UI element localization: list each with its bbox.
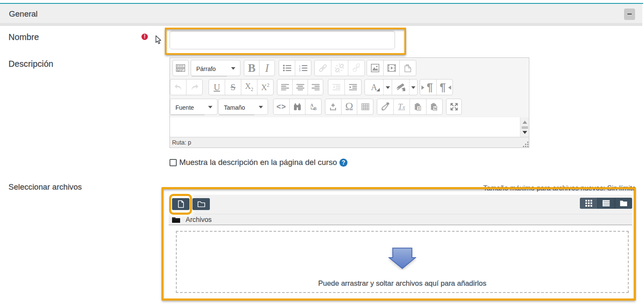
svg-text:A: A <box>310 103 314 108</box>
svg-text:3: 3 <box>299 69 301 71</box>
svg-text:W: W <box>434 107 437 111</box>
svg-text:B: B <box>314 106 316 111</box>
svg-text:T: T <box>418 107 420 111</box>
